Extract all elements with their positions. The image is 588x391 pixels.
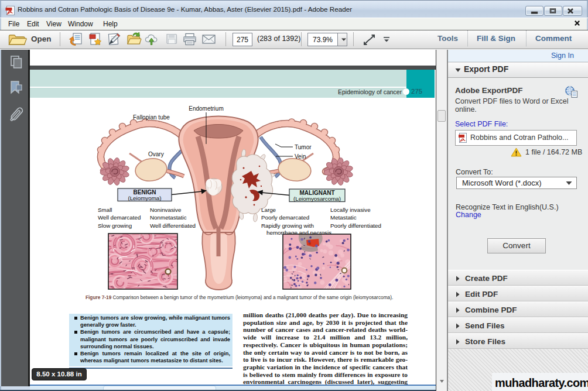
svg-text:Slow growing: Slow growing — [98, 222, 132, 229]
svg-text:Poorly demarcated: Poorly demarcated — [261, 214, 309, 221]
svg-text:Ovary: Ovary — [148, 151, 164, 157]
svg-text:(Leiomyoma): (Leiomyoma) — [128, 195, 161, 201]
svg-text:Rapidly growing with: Rapidly growing with — [261, 222, 314, 229]
svg-text:Large: Large — [261, 207, 276, 213]
svg-text:Locally invasive: Locally invasive — [330, 207, 371, 213]
svg-text:Metastatic: Metastatic — [330, 214, 357, 221]
svg-text:Small: Small — [98, 207, 112, 213]
svg-text:(Leiomyosarcoma): (Leiomyosarcoma) — [293, 196, 341, 202]
svg-text:Nonmetastatic: Nonmetastatic — [150, 214, 187, 221]
svg-text:Poorly differentiated: Poorly differentiated — [330, 222, 381, 229]
svg-text:Well differentiated: Well differentiated — [150, 222, 196, 229]
svg-text:Well demarcated: Well demarcated — [98, 214, 141, 221]
svg-text:Vein: Vein — [295, 153, 306, 160]
svg-text:Noninvasive: Noninvasive — [150, 207, 182, 213]
svg-text:Tumor: Tumor — [295, 144, 312, 150]
svg-text:Fallopian tube: Fallopian tube — [133, 114, 170, 121]
svg-text:Endometrium: Endometrium — [189, 105, 223, 112]
